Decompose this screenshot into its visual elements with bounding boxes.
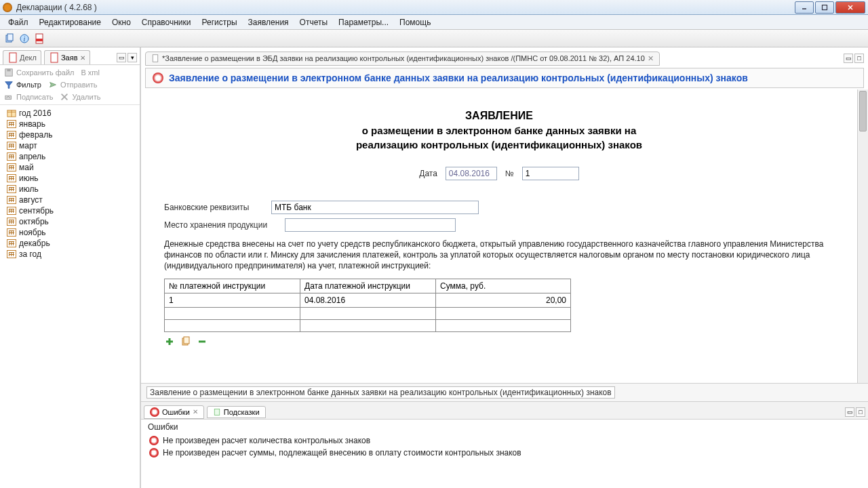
calendar-icon — [7, 120, 16, 128]
date-input[interactable] — [446, 167, 497, 180]
window-title: Декларации ( 4.2.68 ) — [16, 3, 793, 12]
grid-row[interactable]: 1 04.08.2016 20,00 — [165, 293, 571, 307]
tab-hints[interactable]: Подсказки — [207, 406, 266, 418]
sidebar-tab-app-label: Заяв — [61, 54, 78, 62]
menu-file[interactable]: Файл — [3, 16, 34, 28]
grid-col-number: № платежной инструкции — [165, 279, 300, 293]
tree-month[interactable]: октябрь — [1, 216, 138, 227]
close-icon[interactable]: ✕ — [648, 54, 654, 63]
svg-rect-28 — [214, 409, 220, 415]
tree-month[interactable]: январь — [1, 119, 138, 129]
grid-row[interactable] — [165, 319, 571, 331]
copy-row-icon[interactable] — [180, 336, 191, 347]
svg-text:i: i — [24, 35, 26, 43]
menu-params[interactable]: Параметры... — [333, 16, 394, 28]
close-icon[interactable]: ✕ — [193, 408, 198, 415]
menu-dictionaries[interactable]: Справочники — [136, 16, 197, 28]
document-banner: ✖ Заявление о размещении в электронном б… — [145, 68, 864, 88]
storage-input[interactable] — [285, 218, 456, 232]
sidebar-tab-app[interactable]: Заяв ✕ — [44, 50, 91, 64]
sidebar-tab-decl-label: Декл — [20, 54, 37, 62]
copy-icon[interactable] — [4, 33, 15, 44]
menu-help[interactable]: Помощь — [394, 16, 436, 28]
svg-rect-11 — [51, 53, 58, 62]
bank-input[interactable] — [271, 201, 479, 214]
tree-month[interactable]: август — [1, 195, 138, 205]
menu-bar: Файл Редактирование Окно Справочники Рег… — [0, 15, 868, 30]
tree-year[interactable]: год 2016 — [1, 108, 138, 119]
period-tree: год 2016 январьфевральмартапрельмайиюньи… — [0, 105, 140, 488]
calendar-icon — [7, 218, 16, 226]
calendar-icon — [7, 185, 16, 193]
info-icon[interactable]: i — [19, 33, 30, 44]
bank-label: Банковские реквизиты — [164, 203, 266, 212]
tree-month[interactable]: май — [1, 162, 138, 173]
minimize-button[interactable] — [795, 1, 814, 14]
errors-header: Ошибки — [141, 420, 868, 434]
menu-edit[interactable]: Редактирование — [34, 16, 106, 28]
action-xml[interactable]: В xml — [81, 68, 100, 77]
calendar-icon — [7, 152, 16, 161]
svg-rect-10 — [9, 53, 16, 62]
tree-month[interactable]: февраль — [1, 129, 138, 140]
tab-errors[interactable]: ✖ Ошибки ✕ — [144, 405, 204, 419]
tree-month[interactable]: июнь — [1, 173, 138, 184]
tree-month[interactable]: апрель — [1, 151, 138, 162]
banner-title: Заявление о размещении в электронном бан… — [169, 73, 748, 83]
close-icon[interactable]: ✕ — [80, 54, 85, 62]
svg-rect-22 — [153, 55, 158, 62]
payments-grid[interactable]: № платежной инструкции Дата платежной ин… — [164, 279, 571, 332]
grid-col-date: Дата платежной инструкции — [300, 279, 436, 293]
remove-row-icon[interactable] — [197, 336, 208, 347]
document-tab[interactable]: *Заявление о размещении в ЭБД заявки на … — [145, 52, 660, 66]
number-label: № — [505, 169, 514, 178]
menu-registers[interactable]: Регистры — [197, 16, 243, 28]
error-item[interactable]: ✖ Не произведен расчет количества контро… — [141, 434, 868, 447]
maximize-view-icon[interactable]: □ — [854, 54, 864, 63]
tree-month[interactable]: декабрь — [1, 238, 138, 249]
menu-reports[interactable]: Отчеты — [294, 16, 333, 28]
sidebar: Декл Заяв ✕ ▭ ▾ Сохранить файл В xml Фил… — [0, 47, 141, 488]
tree-month[interactable]: июль — [1, 184, 138, 195]
minimize-view-icon[interactable]: ▭ — [844, 54, 853, 63]
pdf-icon[interactable] — [34, 33, 45, 44]
status-strip: Заявление о размещении в электронном бан… — [141, 383, 868, 401]
action-send[interactable]: Отправить — [48, 80, 98, 89]
calendar-icon — [7, 250, 16, 258]
add-row-icon[interactable] — [164, 336, 175, 347]
calendar-icon — [7, 174, 16, 182]
action-filter[interactable]: Фильтр — [4, 80, 41, 89]
scrollbar[interactable] — [857, 89, 868, 383]
action-delete[interactable]: Удалить — [60, 92, 100, 102]
calendar-icon — [7, 207, 16, 215]
tree-month[interactable]: ноябрь — [1, 227, 138, 238]
error-item[interactable]: ✖ Не произведен расчет суммы, подлежащей… — [141, 447, 868, 459]
toolbar: i — [0, 30, 868, 47]
app-icon — [3, 3, 12, 12]
menu-window[interactable]: Окно — [106, 16, 136, 28]
tree-month[interactable]: за год — [1, 249, 138, 260]
dropdown-icon[interactable]: ▾ — [127, 53, 137, 62]
menu-applications[interactable]: Заявления — [243, 16, 294, 28]
svg-rect-9 — [36, 39, 43, 41]
document-body: ЗАЯВЛЕНИЕ о размещении в электронном бан… — [141, 89, 868, 383]
maximize-view-icon[interactable]: □ — [856, 407, 865, 417]
calendar-icon — [7, 228, 16, 237]
minimize-view-icon[interactable]: ▭ — [845, 407, 854, 417]
svg-rect-13 — [7, 69, 10, 72]
sidebar-tab-decl[interactable]: Декл — [3, 50, 41, 64]
number-input[interactable] — [522, 167, 579, 180]
minimize-view-icon[interactable]: ▭ — [117, 53, 126, 62]
grid-row[interactable] — [165, 307, 571, 319]
tree-month[interactable]: март — [1, 140, 138, 151]
maximize-button[interactable] — [815, 1, 834, 14]
grid-col-sum: Сумма, руб. — [436, 279, 571, 293]
date-label: Дата — [419, 169, 437, 178]
storage-label: Место хранения продукции — [164, 220, 279, 230]
action-save[interactable]: Сохранить файл — [4, 68, 74, 77]
document-tab-title: *Заявление о размещении в ЭБД заявки на … — [162, 54, 645, 62]
action-sign[interactable]: Подписать — [4, 92, 53, 102]
close-button[interactable] — [835, 1, 865, 14]
error-icon: ✖ — [149, 448, 159, 458]
tree-month[interactable]: сентябрь — [1, 205, 138, 216]
